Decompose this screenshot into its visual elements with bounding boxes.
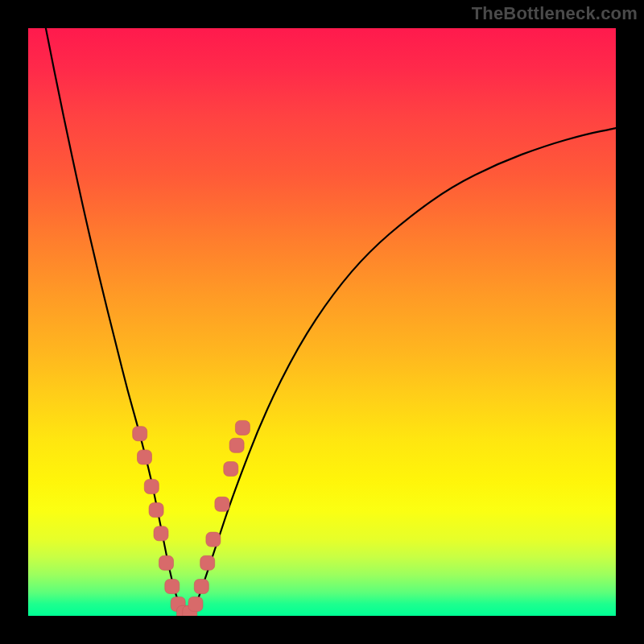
curve-marker xyxy=(149,503,163,518)
curve-marker xyxy=(138,450,152,464)
curve-marker xyxy=(229,438,244,452)
curve-markers xyxy=(133,420,250,616)
curve-marker xyxy=(194,580,208,594)
curve-marker xyxy=(159,555,174,570)
curve-marker xyxy=(215,497,229,511)
plot-area xyxy=(28,28,616,616)
curve-marker xyxy=(224,462,238,477)
curve-marker xyxy=(206,532,221,547)
curve-marker xyxy=(133,427,147,441)
curve-layer xyxy=(28,28,616,616)
chart-stage: TheBottleneck.com xyxy=(0,0,644,644)
curve-marker xyxy=(235,420,250,435)
curve-marker xyxy=(154,526,168,541)
curve-marker xyxy=(165,580,180,594)
curve-marker xyxy=(144,479,159,493)
curve-marker xyxy=(200,555,215,570)
watermark-text: TheBottleneck.com xyxy=(472,3,638,24)
curve-marker xyxy=(188,597,203,611)
bottleneck-curve xyxy=(46,28,616,614)
